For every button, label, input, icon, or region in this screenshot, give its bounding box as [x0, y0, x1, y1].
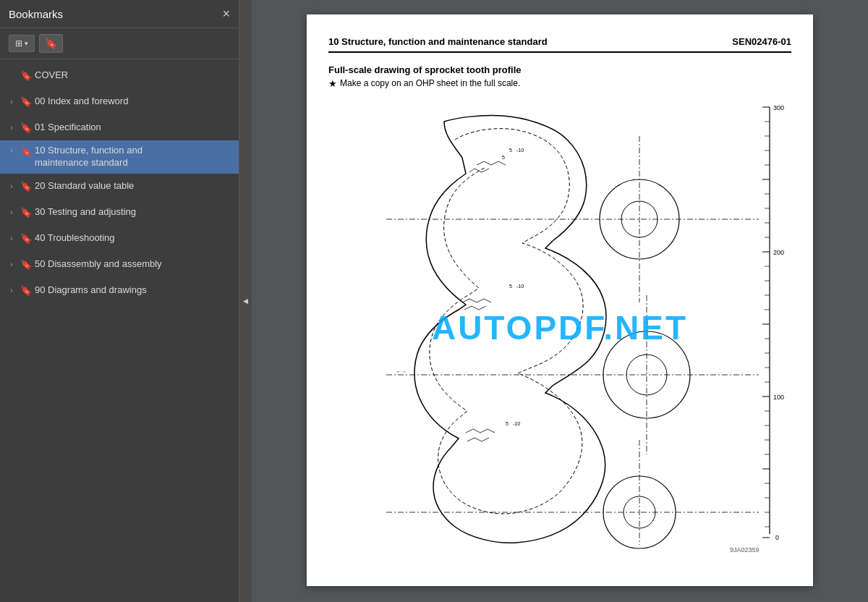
- sidebar-title: Bookmarks: [9, 8, 63, 20]
- page-reference: SEN02476-01: [732, 36, 791, 47]
- svg-text:←→: ←→: [396, 369, 407, 374]
- bookmark-flag-icon: 🔖: [20, 259, 30, 270]
- sidebar-item-label: 40 Troubleshooting: [35, 232, 231, 245]
- page-section-title: 10 Structure, function and maintenance s…: [328, 36, 548, 47]
- expand-arrow-icon: ›: [7, 234, 16, 242]
- sidebar-item-label: COVER: [35, 69, 231, 82]
- sidebar-collapse-button[interactable]: ◄: [239, 0, 252, 602]
- main-content: 10 Structure, function and maintenance s…: [252, 0, 868, 602]
- note-text: Make a copy on an OHP sheet in the full …: [340, 78, 520, 88]
- bookmark-view-button[interactable]: 🔖: [39, 34, 63, 53]
- svg-text:200: 200: [773, 249, 784, 256]
- page-panel: 10 Structure, function and maintenance s…: [307, 14, 813, 586]
- sidebar-item-01-spec[interactable]: › 🔖 01 Specification: [0, 114, 239, 140]
- sidebar-item-90-diagrams[interactable]: › 🔖 90 Diagrams and drawings: [0, 278, 239, 304]
- star-icon: ★: [328, 78, 337, 89]
- sidebar-header: Bookmarks ×: [0, 0, 239, 28]
- sidebar-item-label: 90 Diagrams and drawings: [35, 284, 231, 297]
- svg-text:5: 5: [509, 284, 512, 289]
- footer-ref: 9JA02359: [730, 546, 760, 554]
- expand-arrow-icon: ›: [7, 208, 16, 216]
- chevron-left-icon: ◄: [242, 296, 250, 306]
- bookmark-flag-icon: 🔖: [20, 207, 30, 218]
- diagram-area: AUTOPDF.NET 300 2: [328, 96, 791, 559]
- sidebar-item-10-structure[interactable]: › 🔖 10 Structure, function andmaintenanc…: [0, 140, 239, 174]
- expand-arrow-icon: ▾: [25, 40, 28, 47]
- expand-arrow-icon: ›: [7, 260, 16, 268]
- svg-text:-10: -10: [516, 148, 524, 153]
- sidebar-item-label: 01 Specification: [35, 122, 231, 134]
- sidebar-item-label: 30 Testing and adjusting: [35, 206, 231, 219]
- sidebar-item-40-trouble[interactable]: › 🔖 40 Troubleshooting: [0, 226, 239, 252]
- bookmark-flag-icon: 🔖: [20, 233, 30, 244]
- sidebar-item-30-testing[interactable]: › 🔖 30 Testing and adjusting: [0, 200, 239, 226]
- expand-icon: ⊞: [15, 38, 22, 48]
- expand-arrow-icon: ›: [7, 124, 16, 132]
- expand-arrow-icon: ›: [7, 287, 16, 294]
- bookmark-icon: 🔖: [45, 38, 57, 49]
- sidebar-item-00-index[interactable]: › 🔖 00 Index and foreword: [0, 88, 239, 114]
- svg-text:5: 5: [502, 155, 505, 160]
- expand-arrow-icon: ›: [7, 146, 16, 154]
- svg-text:5: 5: [509, 148, 512, 153]
- bookmark-flag-icon: 🔖: [20, 96, 30, 107]
- bookmark-flag-icon: 🔖: [20, 181, 30, 192]
- expand-arrow-icon: ›: [7, 98, 16, 106]
- bookmark-flag-icon: 🔖: [20, 70, 30, 81]
- content-note: ★ Make a copy on an OHP sheet in the ful…: [328, 78, 791, 89]
- sidebar-item-cover[interactable]: 🔖 COVER: [0, 62, 239, 88]
- svg-text:-10: -10: [516, 284, 524, 289]
- bookmark-flag-icon: 🔖: [20, 285, 30, 296]
- bookmark-flag-icon: 🔖: [20, 122, 30, 133]
- svg-text:300: 300: [773, 104, 784, 111]
- sidebar-item-label: 00 Index and foreword: [35, 96, 231, 108]
- sidebar-item-50-disassembly[interactable]: › 🔖 50 Disassembly and assembly: [0, 252, 239, 278]
- sprocket-diagram: 300 200: [328, 96, 791, 559]
- svg-text:0: 0: [775, 534, 779, 541]
- svg-text:-10: -10: [513, 421, 520, 426]
- sidebar-item-20-standard[interactable]: › 🔖 20 Standard value table: [0, 174, 239, 200]
- sidebar-toolbar: ⊞ ▾ 🔖: [0, 28, 239, 59]
- close-button[interactable]: ×: [222, 7, 230, 20]
- sidebar-item-label: 10 Structure, function andmaintenance st…: [35, 145, 231, 169]
- svg-text:100: 100: [773, 394, 784, 401]
- expand-arrow-icon: ›: [7, 182, 16, 190]
- bookmark-flag-icon: 🔖: [20, 146, 30, 157]
- svg-text:5: 5: [506, 421, 509, 426]
- bookmark-list: 🔖 COVER › 🔖 00 Index and foreword › 🔖 01…: [0, 59, 239, 602]
- sidebar: Bookmarks × ⊞ ▾ 🔖 🔖 COVER › 🔖 00 Index a…: [0, 0, 239, 602]
- sidebar-item-label: 50 Disassembly and assembly: [35, 258, 231, 271]
- expand-all-button[interactable]: ⊞ ▾: [9, 35, 35, 52]
- content-title: Full-scale drawing of sprocket tooth pro…: [328, 64, 791, 75]
- page-header: 10 Structure, function and maintenance s…: [328, 36, 791, 53]
- sidebar-item-label: 20 Standard value table: [35, 180, 231, 192]
